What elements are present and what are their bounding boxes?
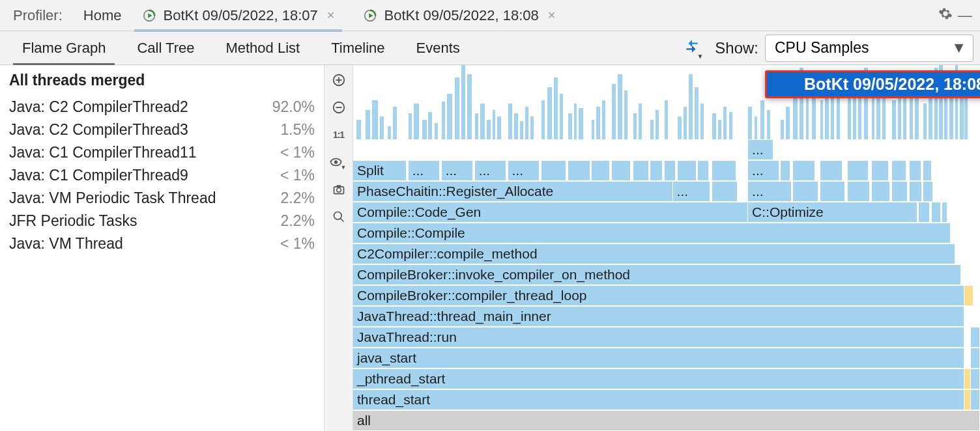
flame-cell[interactable] xyxy=(971,389,980,410)
flame-cell[interactable]: ... xyxy=(673,181,711,201)
search-icon[interactable] xyxy=(329,207,349,227)
thread-list-title: All threads merged xyxy=(9,72,315,89)
flame-cell[interactable] xyxy=(964,368,971,389)
thread-row[interactable]: Java: C2 CompilerThread292.0% xyxy=(9,96,315,118)
thread-row[interactable]: JFR Periodic Tasks2.2% xyxy=(9,210,315,232)
flame-cell[interactable] xyxy=(971,348,980,368)
flame-cell[interactable] xyxy=(698,160,709,180)
flame-cell[interactable] xyxy=(971,368,980,389)
flame-cell[interactable] xyxy=(665,160,676,180)
profiler-tab-1[interactable]: BotKt 09/05/2022, 18:08 × xyxy=(355,0,563,31)
zoom-out-icon[interactable] xyxy=(329,98,349,117)
flame-cell[interactable] xyxy=(820,181,845,201)
flame-cell[interactable]: C::Optimize xyxy=(748,202,917,222)
tab-call-tree[interactable]: Call Tree xyxy=(121,31,210,65)
flame-cell[interactable] xyxy=(910,160,921,180)
svg-point-14 xyxy=(334,212,341,220)
flame-cell[interactable] xyxy=(781,160,790,180)
flame-cell[interactable]: ... xyxy=(748,181,792,201)
presentation-icon[interactable]: ▼ xyxy=(329,152,349,172)
thread-row[interactable]: Java: C1 CompilerThread9< 1% xyxy=(9,164,315,187)
flame-cell[interactable] xyxy=(650,160,663,180)
flame-cell[interactable] xyxy=(923,160,932,180)
tab-flame-graph[interactable]: Flame Graph xyxy=(7,31,121,65)
flame-cell[interactable] xyxy=(872,160,889,180)
zoom-in-icon[interactable] xyxy=(329,70,349,90)
flame-cell[interactable]: ... xyxy=(475,160,506,180)
flame-cell[interactable]: CompileBroker::compiler_thread_loop xyxy=(353,285,964,305)
zoom-reset-icon[interactable]: 1:1 xyxy=(329,125,349,145)
flame-cell[interactable]: thread_start xyxy=(353,389,964,410)
flame-cell[interactable] xyxy=(712,160,736,180)
flame-cell[interactable]: JavaThread::thread_main_inner xyxy=(353,306,964,326)
close-icon[interactable]: × xyxy=(548,8,556,23)
flame-cell[interactable]: _pthread_start xyxy=(353,368,964,389)
compare-snapshots-icon[interactable]: ▼ xyxy=(682,38,702,59)
flame-cell[interactable]: java_start xyxy=(353,348,964,368)
close-icon[interactable]: × xyxy=(327,8,335,23)
flame-cell[interactable] xyxy=(892,160,906,180)
flame-cell[interactable] xyxy=(848,181,870,201)
home-tab[interactable]: Home xyxy=(70,7,135,24)
flame-cell[interactable] xyxy=(942,202,947,222)
flame-cell[interactable] xyxy=(919,202,930,222)
thread-row[interactable]: Java: VM Periodic Task Thread2.2% xyxy=(9,187,315,210)
flame-cell[interactable]: Split xyxy=(353,160,407,180)
flame-cell[interactable] xyxy=(848,160,869,180)
flame-cell[interactable] xyxy=(793,160,815,180)
flame-cell[interactable] xyxy=(892,181,908,201)
thread-name: Java: C1 CompilerThread11 xyxy=(9,144,197,161)
body: All threads merged Java: C2 CompilerThre… xyxy=(0,65,980,431)
flame-cell[interactable] xyxy=(932,202,941,222)
flame-cell[interactable] xyxy=(820,160,843,180)
thread-row[interactable]: Java: C1 CompilerThread11< 1% xyxy=(9,141,315,164)
svg-marker-3 xyxy=(369,13,373,18)
flame-cell[interactable] xyxy=(712,181,737,201)
flame-cell[interactable]: CompileBroker::invoke_compiler_on_method xyxy=(353,264,961,285)
screenshot-icon[interactable] xyxy=(329,180,349,199)
flame-cell[interactable] xyxy=(872,181,891,201)
flame-cell[interactable] xyxy=(633,160,649,180)
flame-graph[interactable]: allthread_start_pthread_startjava_startJ… xyxy=(353,65,980,431)
flame-cell[interactable] xyxy=(612,160,631,180)
show-label: Show: xyxy=(715,39,758,57)
flame-cell[interactable]: C2Compiler::compile_method xyxy=(353,243,955,264)
tab-timeline[interactable]: Timeline xyxy=(315,31,400,65)
thread-name: Java: C2 CompilerThread3 xyxy=(9,121,188,139)
flame-cell[interactable] xyxy=(964,285,973,305)
svg-point-10 xyxy=(334,160,337,163)
flame-cell[interactable] xyxy=(964,389,971,410)
flame-cell[interactable] xyxy=(541,160,566,180)
flame-cell[interactable] xyxy=(678,160,697,180)
tab-events[interactable]: Events xyxy=(401,31,476,65)
flame-cell[interactable]: ... xyxy=(508,160,540,180)
flame-cell[interactable]: ... xyxy=(748,160,779,180)
thread-row[interactable]: Java: C2 CompilerThread31.5% xyxy=(9,118,315,141)
flame-cell[interactable] xyxy=(910,181,922,201)
minimize-icon[interactable]: — xyxy=(955,7,975,24)
flame-cell[interactable] xyxy=(923,181,932,201)
compare-popup-item[interactable]: BotKt 09/05/2022, 18:08 xyxy=(765,70,980,98)
flame-cell[interactable]: all xyxy=(353,410,980,430)
tab-method-list[interactable]: Method List xyxy=(210,31,315,65)
flame-cell[interactable]: ... xyxy=(409,160,440,180)
flame-cell[interactable]: JavaThread::run xyxy=(353,327,964,347)
thread-name: Java: C2 CompilerThread2 xyxy=(9,98,188,116)
flame-cell[interactable] xyxy=(971,327,980,347)
thread-row[interactable]: Java: VM Thread< 1% xyxy=(9,232,315,255)
show-select[interactable]: CPU Samples ▼ BotKt 09/05/2022, 18:08 xyxy=(765,35,973,62)
flame-cell[interactable] xyxy=(568,160,590,180)
profiler-tab-0[interactable]: BotKt 09/05/2022, 18:07 × xyxy=(134,0,342,31)
profiler-label: Profiler: xyxy=(5,7,70,24)
flame-cell[interactable]: ... xyxy=(442,160,473,180)
flame-cell[interactable]: ... xyxy=(748,139,773,160)
gear-icon[interactable] xyxy=(936,7,955,25)
profiler-tab-1-label: BotKt 09/05/2022, 18:08 xyxy=(384,7,538,24)
thread-list: All threads merged Java: C2 CompilerThre… xyxy=(0,65,324,431)
flame-cell[interactable]: Compile::Compile xyxy=(353,223,951,243)
flame-cell[interactable] xyxy=(592,160,611,180)
flame-cell[interactable] xyxy=(793,181,818,201)
thread-pct: 92.0% xyxy=(272,98,315,116)
flame-cell[interactable]: Compile::Code_Gen xyxy=(353,202,748,222)
flame-cell[interactable]: PhaseChaitin::Register_Allocate xyxy=(353,181,673,201)
